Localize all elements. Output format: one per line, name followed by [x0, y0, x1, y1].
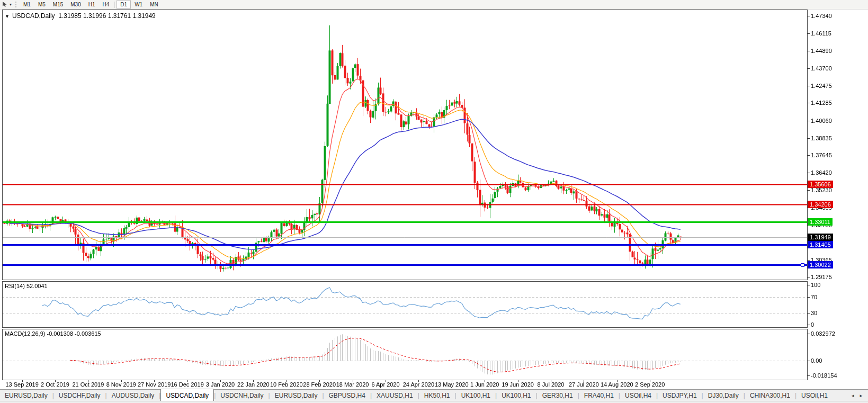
date-axis-label: 18 Mar 2020: [336, 381, 369, 388]
tab-scroll-arrows: ◄ ►: [846, 390, 868, 401]
tab-scroll-left-icon[interactable]: ◄: [851, 393, 855, 398]
chart-ohlc-values: 1.31985 1.31996 1.31761 1.31949: [58, 12, 156, 20]
chart-tabs-bar: EURUSD,Daily|USDCHF,Daily|AUDUSD,Daily|U…: [0, 389, 868, 401]
timeframe-m5[interactable]: M5: [34, 0, 49, 9]
tab-gbpusd-h4[interactable]: GBPUSD,H4: [324, 390, 370, 401]
toolbar-grip: [15, 2, 16, 7]
date-axis-label: 14 Aug 2020: [601, 381, 633, 388]
tab-xauusd-h1[interactable]: XAUUSD,H1: [372, 390, 418, 401]
chart-canvas[interactable]: [0, 0, 868, 403]
tab-usoil-h4[interactable]: USOil,H4: [620, 390, 656, 401]
tab-eurusd-daily[interactable]: EURUSD,Daily: [0, 390, 52, 401]
timeframe-m15[interactable]: M15: [49, 0, 67, 9]
price-axis-tick: 1.46115: [811, 30, 831, 37]
chart-dropdown-icon[interactable]: ▼: [5, 14, 10, 19]
date-axis-label: 3 Jan 2020: [206, 381, 235, 388]
timeframe-w1[interactable]: W1: [131, 0, 146, 9]
tab-scroll-right-icon[interactable]: ►: [859, 393, 863, 398]
level-price-label: 1.35606: [808, 181, 833, 188]
rsi-axis-tick: 30: [811, 310, 817, 316]
date-axis-label: 2 Sep 2020: [635, 381, 665, 388]
price-axis-tick: 1.29175: [811, 274, 832, 280]
date-axis-label: 13 Sep 2019: [5, 381, 38, 388]
price-axis-tick: 1.38835: [811, 135, 832, 141]
date-axis-label: 27 Nov 2019: [138, 381, 171, 388]
date-axis-label: 1 Jun 2020: [470, 381, 499, 388]
level-price-label: 1.31405: [808, 241, 833, 248]
price-axis-tick: 1.42475: [811, 83, 832, 89]
level-price-label: 1.30022: [808, 261, 833, 268]
trading-terminal: ▾ M1M5M15M30H1H4D1W1MN ▼USDCAD,Daily 1.3…: [0, 0, 868, 403]
date-axis-label: 21 Oct 2019: [72, 381, 104, 388]
tab-eurusd-daily[interactable]: EURUSD,Daily: [270, 390, 323, 401]
toolbar-separator: [114, 2, 115, 8]
status-strip: [0, 401, 868, 403]
toolbar: ▾ M1M5M15M30H1H4D1W1MN: [0, 0, 868, 10]
tab-usdchf-daily[interactable]: USDCHF,Daily: [54, 390, 105, 401]
level-price-label: 1.33011: [808, 218, 833, 226]
timeframe-h1[interactable]: H1: [85, 0, 99, 9]
tab-dj30-daily[interactable]: DJ30,Daily: [703, 390, 744, 401]
macd-axis-tick: 0.032972: [811, 330, 835, 337]
current-price-label: 1.31949: [808, 234, 833, 241]
dropdown-caret-icon: ▾: [10, 2, 12, 7]
date-axis-label: 28 Feb 2020: [303, 381, 336, 388]
tab-fra40-h1[interactable]: FRA40,H1: [579, 390, 619, 401]
timeframe-d1[interactable]: D1: [117, 0, 131, 9]
date-axis-label: 27 Jul 2020: [569, 381, 599, 388]
date-axis-label: 8 Jul 2020: [538, 381, 565, 388]
price-axis-tick: 1.44890: [811, 48, 832, 54]
macd-label: MACD(12,26,9) -0.001308 -0.003615: [5, 330, 101, 337]
timeframe-mn[interactable]: MN: [146, 0, 162, 9]
chart-symbol-period: USDCAD,Daily: [12, 12, 55, 20]
price-axis-tick: 1.40060: [811, 118, 832, 124]
date-axis-label: 2 Oct 2019: [41, 381, 69, 388]
date-axis-label: 19 Jun 2020: [502, 381, 534, 388]
tab-usdcnh-daily[interactable]: USDCNH,Daily: [216, 390, 268, 401]
macd-axis-tick: -0.018154: [811, 372, 837, 379]
date-axis-label: 6 Apr 2020: [371, 381, 399, 388]
tab-hk50-h1[interactable]: HK50,H1: [419, 390, 455, 401]
level-price-label: 1.34206: [808, 201, 833, 208]
rsi-label: RSI(14) 52.0041: [5, 283, 48, 289]
price-axis-tick: 1.47340: [811, 13, 832, 19]
tab-china300-h1[interactable]: CHINA300,H1: [745, 390, 795, 401]
tab-usoil-h1[interactable]: USOil,H1: [797, 390, 833, 401]
rsi-axis-tick: 0: [811, 321, 814, 328]
tab-uk100-h1[interactable]: UK100,H1: [457, 390, 495, 401]
rsi-axis-tick: 70: [811, 294, 817, 300]
date-axis-label: 24 Apr 2020: [403, 381, 434, 388]
tab-audusd-daily[interactable]: AUDUSD,Daily: [107, 390, 159, 401]
date-axis-label: 8 Nov 2019: [106, 381, 136, 388]
date-axis-label: 13 May 2020: [435, 381, 469, 388]
timeframe-m30[interactable]: M30: [67, 0, 84, 9]
timeframe-m1[interactable]: M1: [20, 0, 34, 9]
price-axis-tick: 1.41285: [811, 100, 832, 106]
draw-tool-button[interactable]: ▾: [0, 1, 13, 8]
macd-axis-tick: 0.00: [811, 357, 822, 364]
price-axis-tick: 1.37645: [811, 152, 832, 158]
timeframe-buttons: M1M5M15M30H1H4D1W1MN: [20, 0, 162, 9]
date-axis-label: 10 Feb 2020: [270, 381, 303, 388]
tab-list: EURUSD,Daily|USDCHF,Daily|AUDUSD,Daily|U…: [0, 390, 833, 401]
tab-usdjpy-h1[interactable]: USDJPY,H1: [658, 390, 701, 401]
date-axis-label: 22 Jan 2020: [237, 381, 270, 388]
timeframe-h4[interactable]: H4: [99, 0, 113, 9]
tab-usdcad-daily[interactable]: USDCAD,Daily: [160, 389, 214, 401]
rsi-axis-tick: 100: [811, 282, 820, 288]
date-axis-label: 16 Dec 2019: [171, 381, 203, 388]
tab-uk100-h1[interactable]: UK100,H1: [497, 390, 535, 401]
price-axis-tick: 1.43700: [811, 65, 832, 71]
tab-ger30-h1[interactable]: GER30,H1: [538, 390, 578, 401]
price-axis-tick: 1.36420: [811, 169, 832, 176]
cursor-icon: [2, 1, 8, 8]
chart-title: ▼USDCAD,Daily 1.31985 1.31996 1.31761 1.…: [5, 12, 156, 20]
